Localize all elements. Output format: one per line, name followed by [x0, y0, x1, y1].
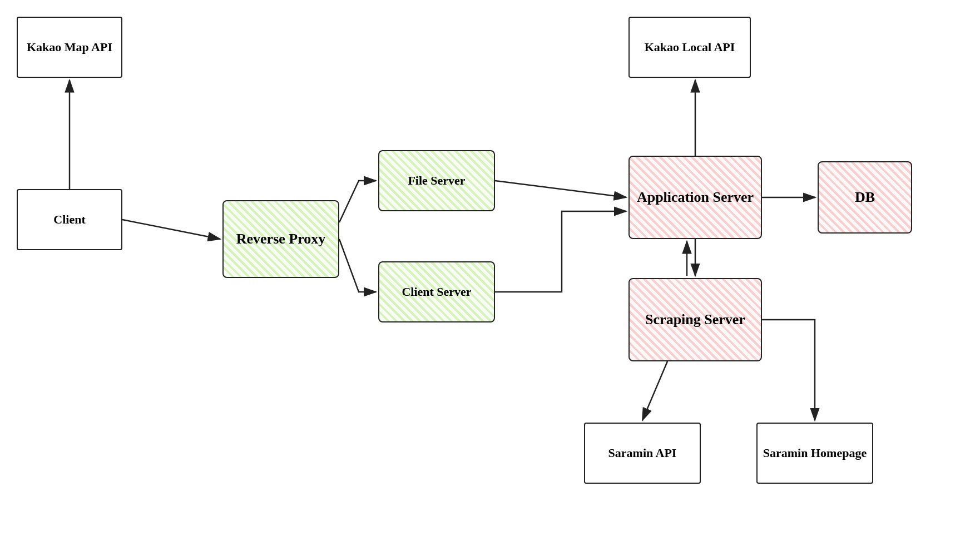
client-server-node: Client Server: [378, 261, 495, 322]
application-server-node: Application Server: [628, 156, 762, 239]
reverse-proxy-node: Reverse Proxy: [222, 200, 339, 278]
reverse-proxy-label: Reverse Proxy: [236, 231, 326, 247]
kakao-local-api-label: Kakao Local API: [645, 40, 735, 54]
kakao-map-api-label: Kakao Map API: [27, 40, 112, 54]
client-node: Client: [17, 189, 122, 250]
saramin-api-label: Saramin API: [608, 446, 677, 460]
scraping-server-node: Scraping Server: [628, 278, 762, 361]
application-server-label: Application Server: [637, 189, 754, 206]
file-server-node: File Server: [378, 150, 495, 211]
saramin-homepage-label: Saramin Homepage: [763, 446, 867, 460]
kakao-map-api-node: Kakao Map API: [17, 17, 122, 78]
client-label: Client: [53, 212, 85, 227]
db-node: DB: [818, 161, 912, 234]
saramin-api-node: Saramin API: [584, 423, 701, 484]
saramin-homepage-node: Saramin Homepage: [756, 423, 873, 484]
scraping-server-label: Scraping Server: [645, 311, 745, 328]
svg-line-7: [642, 361, 667, 420]
db-label: DB: [855, 189, 875, 206]
client-server-label: Client Server: [402, 285, 471, 299]
diagram-container: Kakao Map API Client Reverse Proxy File …: [0, 0, 980, 546]
svg-line-2: [495, 181, 626, 197]
svg-line-1: [122, 220, 220, 239]
file-server-label: File Server: [408, 173, 465, 188]
kakao-local-api-node: Kakao Local API: [628, 17, 751, 78]
